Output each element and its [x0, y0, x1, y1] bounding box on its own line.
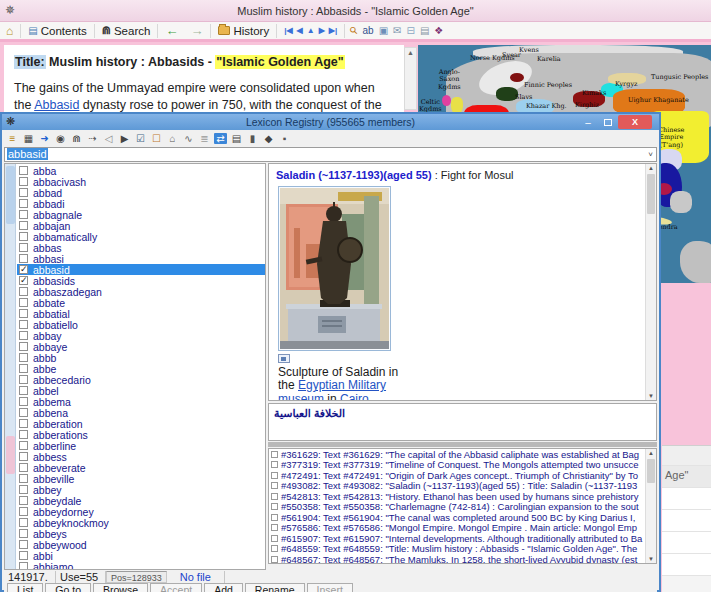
text-checkbox[interactable]: [271, 493, 278, 500]
word-list-item[interactable]: abbadi: [17, 198, 265, 209]
prev-icon[interactable]: ◁: [102, 133, 115, 144]
word-checkbox[interactable]: [19, 430, 28, 439]
word-checkbox[interactable]: [19, 287, 28, 296]
menu-icon[interactable]: ≡: [6, 133, 19, 144]
word-checkbox[interactable]: [19, 507, 28, 516]
word-list-item[interactable]: abba: [17, 165, 265, 176]
word-checkbox[interactable]: [19, 199, 28, 208]
nav-icon[interactable]: |◀: [284, 26, 292, 35]
text-list-item[interactable]: #472491: Text #472491: "Origin of Dark A…: [269, 470, 656, 481]
word-list-item[interactable]: abbacivash: [17, 176, 265, 187]
word-list-item[interactable]: abbey: [17, 484, 265, 495]
word-list-item[interactable]: abbatiello: [17, 319, 265, 330]
pane-splitter[interactable]: [268, 442, 657, 447]
word-checkbox[interactable]: [19, 529, 28, 538]
word-checkbox[interactable]: [19, 331, 28, 340]
view-icon[interactable]: ◉: [54, 133, 67, 144]
word-list-item[interactable]: abbasi: [17, 253, 265, 264]
go-to-button[interactable]: Go to: [45, 583, 91, 592]
word-checkbox[interactable]: [19, 188, 28, 197]
binoculars-icon[interactable]: ⋒: [70, 133, 83, 144]
nav-icon[interactable]: ▶|: [329, 26, 337, 35]
grid-icon[interactable]: ▦: [22, 133, 35, 144]
main-titlebar[interactable]: ✵ Muslim history : Abbasids - "Islamic G…: [0, 0, 711, 22]
word-list-item[interactable]: abbecedario: [17, 374, 265, 385]
word-list-item[interactable]: ✓abbasids: [17, 275, 265, 286]
word-checkbox[interactable]: [19, 452, 28, 461]
word-checkbox[interactable]: [19, 562, 28, 570]
text-checkbox[interactable]: [271, 545, 278, 552]
text-checkbox[interactable]: [271, 461, 278, 468]
add-button[interactable]: Add: [204, 583, 243, 592]
text-checkbox[interactable]: [271, 524, 278, 531]
contents-button[interactable]: ▤ Contents: [22, 22, 92, 40]
text-list-item[interactable]: #615907: Text #615907: "Internal develop…: [269, 533, 656, 544]
word-list-scrollbar[interactable]: [5, 164, 16, 569]
chevron-down-icon[interactable]: ˅: [648, 148, 653, 161]
word-checkbox[interactable]: [19, 408, 28, 417]
table-icon[interactable]: ▤: [230, 133, 243, 144]
mail-icon[interactable]: ✉: [393, 25, 401, 36]
checkbox-on-icon[interactable]: ☑: [134, 133, 147, 144]
text-list-item[interactable]: #550358: Text #550358: "Charlemagne (742…: [269, 502, 656, 513]
text-list-scrollbar[interactable]: ▲ ▼: [645, 449, 656, 563]
word-checkbox[interactable]: [19, 474, 28, 483]
stats-icon[interactable]: ∿: [182, 133, 195, 144]
word-list-item[interactable]: abbas: [17, 242, 265, 253]
word-checkbox[interactable]: [19, 353, 28, 362]
search-input-value[interactable]: abbasid: [7, 148, 48, 160]
scrollbar-thumb[interactable]: [6, 166, 15, 224]
word-checkbox[interactable]: [19, 364, 28, 373]
word-list-item[interactable]: abbajan: [17, 220, 265, 231]
text-list-item[interactable]: #561904: Text #561904: "The canal was co…: [269, 512, 656, 523]
checkbox-off-icon[interactable]: ☐: [150, 133, 163, 144]
word-checkbox[interactable]: [19, 166, 28, 175]
word-checkbox[interactable]: [19, 386, 28, 395]
scrollbar-thumb[interactable]: [647, 459, 655, 483]
word-list-item[interactable]: abberline: [17, 440, 265, 451]
text-checkbox[interactable]: [271, 556, 278, 563]
text-list-item[interactable]: #542813: Text #542813: "History. Ethanol…: [269, 491, 656, 502]
magnifier-icon[interactable]: ⚲: [347, 24, 360, 37]
search-combobox[interactable]: abbasid ˅: [4, 147, 657, 162]
word-list-item[interactable]: abbaye: [17, 341, 265, 352]
word-checkbox[interactable]: [19, 463, 28, 472]
forward-button[interactable]: →: [184, 22, 209, 40]
word-list-item[interactable]: abbate: [17, 297, 265, 308]
home-button[interactable]: ⌂: [0, 22, 19, 40]
close-button[interactable]: X: [618, 115, 652, 129]
word-list-item[interactable]: abbatial: [17, 308, 265, 319]
nav-icon[interactable]: ◀: [297, 26, 303, 35]
word-list-item[interactable]: abbb: [17, 352, 265, 363]
word-checkbox[interactable]: [19, 177, 28, 186]
word-checkbox[interactable]: [19, 375, 28, 384]
word-list-item[interactable]: abbi: [17, 550, 265, 561]
word-checkbox[interactable]: [19, 254, 28, 263]
word-checkbox[interactable]: [19, 551, 28, 560]
word-list-item[interactable]: ✓abbasid: [17, 264, 265, 275]
enlarge-icon[interactable]: [278, 354, 290, 363]
word-checkbox[interactable]: [19, 320, 28, 329]
copy-icon[interactable]: ⊟: [406, 25, 414, 36]
diamond-icon[interactable]: ◆: [262, 133, 275, 144]
text-list-item[interactable]: #576586: Text #576586: "Mongol Empire. M…: [269, 523, 656, 534]
text-checkbox[interactable]: [271, 472, 278, 479]
word-list-item[interactable]: abberations: [17, 429, 265, 440]
word-checkbox[interactable]: [19, 243, 28, 252]
scroll-up-icon[interactable]: ▲: [405, 49, 416, 56]
scrollbar-thumb[interactable]: [647, 174, 655, 214]
word-checkbox[interactable]: [19, 298, 28, 307]
sync-icon[interactable]: ⇄: [214, 133, 227, 144]
browse-button[interactable]: Browse: [93, 583, 148, 592]
scroll-down-icon[interactable]: ▼: [646, 393, 656, 399]
word-list-item[interactable]: abbeydorney: [17, 506, 265, 517]
next-icon[interactable]: ▶: [118, 133, 131, 144]
word-checkbox[interactable]: [19, 397, 28, 406]
word-list-item[interactable]: abbeydale: [17, 495, 265, 506]
scroll-down-icon[interactable]: ▼: [646, 556, 656, 562]
text-checkbox[interactable]: [271, 535, 278, 542]
word-list-item[interactable]: abbad: [17, 187, 265, 198]
list-button[interactable]: List: [7, 583, 43, 592]
save-icon[interactable]: ▤: [420, 25, 429, 36]
word-list-item[interactable]: abbeys: [17, 528, 265, 539]
